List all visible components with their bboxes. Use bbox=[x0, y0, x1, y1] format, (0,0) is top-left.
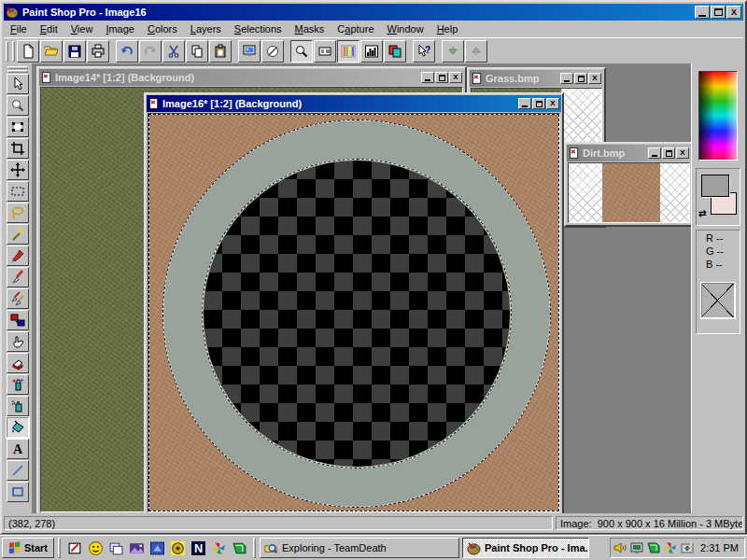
mover-tool-button[interactable] bbox=[7, 160, 29, 180]
book-icon[interactable] bbox=[229, 538, 249, 558]
pinwheel-icon[interactable] bbox=[208, 538, 229, 558]
netscape-icon[interactable]: N bbox=[188, 538, 208, 558]
context-help-button[interactable]: ? bbox=[413, 40, 435, 63]
toggle-layer-palette-button[interactable] bbox=[384, 40, 406, 63]
picture-tube-tool-button[interactable] bbox=[7, 374, 29, 395]
dirt-title: Dirt.bmp bbox=[583, 147, 647, 159]
image14-minimize-button[interactable] bbox=[421, 72, 434, 83]
menu-edit[interactable]: Edit bbox=[34, 21, 64, 36]
toggle-color-palette-button[interactable] bbox=[337, 40, 359, 63]
grass-title-bar[interactable]: Grass.bmp X bbox=[470, 70, 603, 87]
paste-button[interactable] bbox=[209, 40, 232, 63]
task-paint-shop-pro[interactable]: Paint Shop Pro - Ima... bbox=[462, 538, 589, 558]
toolbar-grip[interactable] bbox=[6, 41, 8, 62]
image16-close-button[interactable]: X bbox=[546, 98, 559, 109]
swap-colors-icon[interactable]: ⇄ bbox=[698, 208, 706, 218]
grass-close-button[interactable]: X bbox=[588, 73, 601, 84]
arrow-up-button[interactable] bbox=[465, 40, 487, 63]
tool-palette-grip[interactable] bbox=[7, 66, 28, 69]
tasks-grip[interactable] bbox=[253, 538, 256, 558]
open-button[interactable] bbox=[40, 40, 63, 63]
smiley-icon[interactable] bbox=[85, 538, 106, 558]
clone-brush-tool-button[interactable] bbox=[7, 288, 29, 309]
new-button[interactable] bbox=[17, 40, 39, 63]
task-exploring[interactable]: Exploring - TeamDeath bbox=[260, 538, 459, 558]
menu-layers[interactable]: Layers bbox=[184, 21, 228, 36]
maximize-button[interactable] bbox=[711, 6, 726, 19]
toggle-tool-palette-button[interactable] bbox=[290, 40, 313, 63]
close-button[interactable]: X bbox=[726, 6, 741, 19]
window-image16: Image16* [1:2] (Background) X bbox=[144, 92, 564, 513]
shape-tool-button[interactable] bbox=[7, 482, 29, 502]
menu-image[interactable]: Image bbox=[99, 21, 141, 36]
dropper-tool-button[interactable] bbox=[7, 245, 29, 266]
menu-masks[interactable]: Masks bbox=[289, 21, 331, 36]
copy-button[interactable] bbox=[186, 40, 208, 63]
app-blue-icon[interactable] bbox=[147, 538, 167, 558]
menu-window[interactable]: Window bbox=[381, 21, 430, 36]
menu-view[interactable]: View bbox=[64, 21, 100, 36]
menu-help[interactable]: Help bbox=[430, 21, 465, 36]
arrow-down-button[interactable] bbox=[442, 40, 464, 63]
grass-minimize-button[interactable] bbox=[560, 73, 573, 84]
retouch-tool-button[interactable] bbox=[7, 331, 29, 352]
image14-title-bar[interactable]: Image14* [1:2] (Background) X bbox=[39, 69, 464, 86]
toggle-style-bar-button[interactable] bbox=[314, 40, 336, 63]
image16-maximize-button[interactable] bbox=[532, 98, 545, 109]
airbrush-tool-button[interactable] bbox=[7, 396, 29, 416]
menu-colors[interactable]: Colors bbox=[141, 21, 184, 36]
scheduler-icon[interactable] bbox=[680, 540, 695, 555]
image16-title-bar[interactable]: Image16* [1:2] (Background) X bbox=[147, 95, 561, 112]
display-icon[interactable] bbox=[629, 540, 644, 555]
dirt-minimize-button[interactable] bbox=[648, 147, 661, 159]
quick-launch-grip[interactable] bbox=[58, 538, 61, 558]
deformation-tool-button[interactable] bbox=[7, 117, 29, 137]
text-tool-button[interactable]: A bbox=[7, 439, 29, 459]
undo-button[interactable] bbox=[116, 40, 138, 63]
zoom-tool-button[interactable] bbox=[7, 95, 29, 116]
pinwheel-tray-icon[interactable] bbox=[663, 540, 678, 555]
book-tray-icon[interactable] bbox=[646, 540, 661, 555]
cut-button[interactable] bbox=[162, 40, 185, 63]
color-spectrum-picker[interactable] bbox=[698, 71, 738, 161]
dirt-maximize-button[interactable] bbox=[662, 147, 675, 159]
menu-capture[interactable]: Capture bbox=[331, 21, 380, 36]
magnifier-icon bbox=[294, 44, 309, 59]
normal-viewing-button[interactable] bbox=[261, 40, 284, 63]
image14-close-button[interactable]: X bbox=[449, 72, 462, 83]
notes-icon[interactable] bbox=[64, 538, 85, 558]
volume-icon[interactable] bbox=[613, 540, 627, 555]
image14-maximize-button[interactable] bbox=[435, 72, 448, 83]
eraser-tool-button[interactable] bbox=[7, 353, 29, 373]
image16-minimize-button[interactable] bbox=[518, 98, 531, 109]
picture-viewer-icon[interactable] bbox=[126, 538, 147, 558]
print-button[interactable] bbox=[87, 40, 109, 63]
color-replacer-tool-button[interactable] bbox=[7, 310, 29, 330]
dirt-canvas[interactable] bbox=[568, 162, 690, 223]
start-label: Start bbox=[24, 542, 48, 553]
magic-wand-tool-button[interactable] bbox=[7, 224, 29, 245]
image16-canvas[interactable] bbox=[148, 113, 560, 512]
freehand-tool-button[interactable] bbox=[7, 203, 29, 223]
full-screen-preview-button[interactable] bbox=[238, 40, 261, 63]
redo-button[interactable] bbox=[139, 40, 162, 63]
line-tool-button[interactable] bbox=[7, 460, 29, 481]
flood-fill-tool-button[interactable] bbox=[7, 417, 29, 438]
start-button[interactable]: Start bbox=[2, 538, 54, 558]
foreground-color-swatch[interactable] bbox=[701, 175, 729, 197]
arrow-tool-button[interactable] bbox=[7, 74, 29, 94]
desktop-icon[interactable] bbox=[106, 538, 126, 558]
selection-tool-button[interactable] bbox=[7, 181, 29, 202]
dirt-close-button[interactable]: X bbox=[676, 147, 689, 159]
dirt-title-bar[interactable]: Dirt.bmp X bbox=[567, 145, 691, 161]
save-button[interactable] bbox=[63, 40, 86, 63]
menu-file[interactable]: File bbox=[4, 21, 34, 36]
grass-maximize-button[interactable] bbox=[574, 73, 587, 84]
menu-selections[interactable]: Selections bbox=[228, 21, 289, 36]
crop-tool-button[interactable] bbox=[7, 138, 29, 159]
cd-icon[interactable] bbox=[167, 538, 188, 558]
paintbrush-tool-button[interactable] bbox=[7, 267, 29, 287]
title-bar[interactable]: Paint Shop Pro - Image16 X bbox=[4, 4, 743, 21]
minimize-button[interactable] bbox=[695, 6, 710, 19]
toggle-histogram-button[interactable] bbox=[360, 40, 383, 63]
